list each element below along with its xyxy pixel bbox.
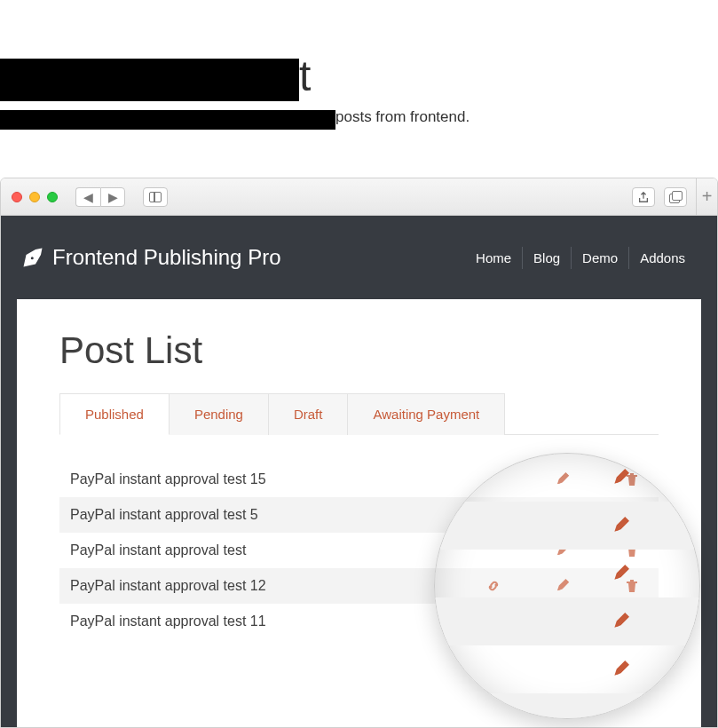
tab-pending[interactable]: Pending bbox=[170, 393, 269, 435]
pencil-icon bbox=[556, 614, 570, 629]
post-title-cell: PayPal instant approval test 15 bbox=[70, 471, 556, 487]
sidebar-icon bbox=[149, 192, 162, 202]
logo[interactable]: Frontend Publishing Pro bbox=[22, 245, 280, 270]
delete-button[interactable] bbox=[625, 508, 639, 522]
site-name: Frontend Publishing Pro bbox=[52, 245, 280, 270]
svg-point-0 bbox=[31, 257, 34, 259]
close-window-button[interactable] bbox=[12, 192, 22, 202]
post-title-cell: PayPal instant approval test 5 bbox=[70, 507, 486, 523]
link-icon bbox=[486, 614, 501, 629]
title-fragment: t bbox=[299, 51, 311, 100]
edit-button[interactable] bbox=[556, 614, 570, 629]
redaction-bar-2 bbox=[0, 110, 335, 130]
post-list: PayPal instant approval test 15 PayPal i… bbox=[59, 462, 659, 639]
edit-button[interactable] bbox=[556, 472, 570, 487]
table-row: PayPal instant approval test 12 bbox=[59, 568, 659, 604]
forward-button[interactable]: ▶ bbox=[100, 187, 125, 207]
new-tab-button[interactable]: + bbox=[696, 178, 717, 216]
site-header: Frontend Publishing Pro Home Blog Demo A… bbox=[1, 216, 717, 299]
permalink-button[interactable] bbox=[486, 508, 501, 522]
sidebar-toggle-button[interactable] bbox=[143, 187, 168, 207]
post-title-cell: PayPal instant approval test bbox=[70, 542, 556, 558]
edit-button[interactable] bbox=[556, 543, 570, 558]
traffic-lights bbox=[12, 192, 58, 202]
tab-list: Published Pending Draft Awaiting Payment bbox=[59, 393, 659, 435]
pencil-icon bbox=[556, 579, 570, 593]
nav-demo[interactable]: Demo bbox=[571, 247, 628, 269]
edit-button[interactable] bbox=[556, 508, 570, 522]
tab-published[interactable]: Published bbox=[59, 393, 170, 435]
delete-button[interactable] bbox=[625, 579, 639, 593]
tab-awaiting-payment[interactable]: Awaiting Payment bbox=[348, 393, 505, 435]
tabs-icon bbox=[669, 192, 682, 202]
obscured-header: t posts from frontend. bbox=[0, 0, 718, 178]
minimize-window-button[interactable] bbox=[29, 192, 40, 202]
table-row: PayPal instant approval test bbox=[59, 533, 659, 568]
show-tabs-button[interactable] bbox=[664, 187, 687, 207]
nav-blog[interactable]: Blog bbox=[522, 247, 571, 269]
post-title-cell: PayPal instant approval test 11 bbox=[70, 613, 486, 629]
permalink-button[interactable] bbox=[486, 579, 501, 593]
back-button[interactable]: ◀ bbox=[75, 187, 100, 207]
pencil-icon bbox=[556, 508, 570, 522]
post-title-cell: PayPal instant approval test 12 bbox=[70, 578, 486, 594]
link-icon bbox=[486, 508, 501, 522]
nav-home[interactable]: Home bbox=[465, 247, 522, 269]
tab-draft[interactable]: Draft bbox=[269, 393, 349, 435]
permalink-button[interactable] bbox=[486, 614, 501, 629]
share-button[interactable] bbox=[632, 187, 655, 207]
page-title: Post List bbox=[59, 329, 659, 372]
subtitle-fragment: posts from frontend. bbox=[335, 108, 469, 126]
nav-addons[interactable]: Addons bbox=[628, 247, 696, 269]
pencil-icon bbox=[556, 472, 570, 487]
browser-titlebar: ◀ ▶ + bbox=[1, 178, 717, 216]
content-card: Post List Published Pending Draft Awaiti… bbox=[17, 299, 701, 728]
delete-button[interactable] bbox=[625, 543, 639, 558]
trash-icon bbox=[625, 614, 639, 629]
trash-icon bbox=[625, 543, 639, 558]
table-row: PayPal instant approval test 15 bbox=[59, 462, 659, 497]
primary-nav: Home Blog Demo Addons bbox=[465, 247, 696, 269]
edit-button[interactable] bbox=[556, 579, 570, 593]
pencil-icon bbox=[556, 543, 570, 558]
pen-nib-icon bbox=[22, 247, 43, 268]
maximize-window-button[interactable] bbox=[47, 192, 58, 202]
redaction-bar-1 bbox=[0, 59, 299, 101]
trash-icon bbox=[625, 472, 639, 487]
table-row: PayPal instant approval test 11 bbox=[59, 604, 659, 639]
browser-window: ◀ ▶ + Frontend Publishing Pro Home Blo bbox=[0, 178, 718, 728]
link-icon bbox=[486, 579, 501, 593]
trash-icon bbox=[625, 508, 639, 522]
delete-button[interactable] bbox=[625, 614, 639, 629]
share-icon bbox=[637, 191, 650, 203]
table-row: PayPal instant approval test 5 bbox=[59, 497, 659, 533]
trash-icon bbox=[625, 579, 639, 593]
delete-button[interactable] bbox=[625, 472, 639, 487]
